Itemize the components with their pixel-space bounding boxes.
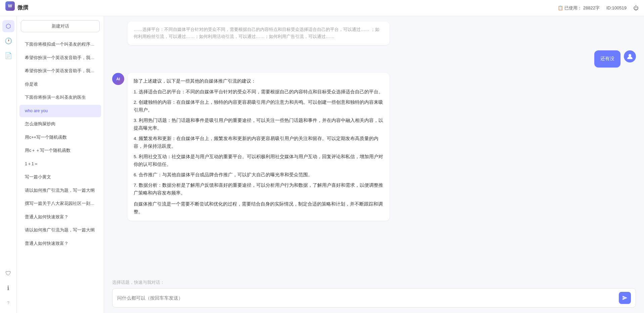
history-item[interactable]: 希望你扮演一个英语发音助手，我提供给你... xyxy=(19,65,101,78)
info-icon-btn[interactable]: ℹ xyxy=(2,282,14,294)
history-item-active[interactable]: who are you xyxy=(19,105,101,118)
extra-icon-btn[interactable]: ? xyxy=(2,297,14,309)
sidebar-nav-clock[interactable]: 🕐 xyxy=(2,35,14,47)
user-message-bubble: 还有没 xyxy=(594,50,620,68)
user-message-text: 还有没 xyxy=(600,56,614,61)
chat-input[interactable] xyxy=(117,294,616,302)
ai-response-item-6: 6. 合作推广：与其他自媒体平台或品牌合作推广，可以扩大自己的曝光率和受众范围。 xyxy=(134,171,383,179)
user-id: ID:100519 xyxy=(606,5,627,10)
history-item[interactable]: 普通人如何快速致富？ xyxy=(19,237,101,250)
history-item[interactable]: 怎么做狗屎炒肉 xyxy=(19,118,101,131)
history-item[interactable]: 你是谁 xyxy=(19,78,101,91)
message-row-partial: AI ……选择平台：不同自媒体平台针对的受众不同，需要根据自己的内容特点和目标受… xyxy=(112,21,636,45)
history-item[interactable]: 下面你将模拟成一个叫圣友的程序员，我说... xyxy=(19,38,101,51)
ai-response-intro: 除了上述建议，以下是一些其他的自媒体推广引流的建议： xyxy=(134,78,383,85)
icon-sidebar: ⬡ 🕐 📄 🛡 ℹ ? xyxy=(0,16,17,313)
ai-response-item-2: 2. 创建独特的内容：在自媒体平台上，独特的内容更容易吸引用户的注意力和共鸣。可… xyxy=(134,99,383,114)
usage-info: 📋 已使用： 28822字 xyxy=(558,5,600,11)
ai-message-bubble: 除了上述建议，以下是一些其他的自媒体推广引流的建议： 1. 选择适合自己的平台：… xyxy=(128,73,389,221)
usage-count: 28822字 xyxy=(583,5,600,11)
history-item[interactable]: 希望你扮演一个英语发音助手，我提供给你... xyxy=(19,52,101,64)
quick-topics-label: 选择话题，快速与我对话： xyxy=(112,280,636,285)
history-item[interactable]: 1＋1＝ xyxy=(19,158,101,171)
new-chat-button[interactable]: 新建对话 xyxy=(21,20,100,32)
ai-response-item-3: 3. 利用热门话题：热门话题和事件是吸引用户的重要途径，可以关注一些热门话题和事… xyxy=(134,117,383,132)
history-item[interactable]: 用c＋＋写一个随机函数 xyxy=(19,144,101,157)
history-sidebar: 新建对话 下面你将模拟成一个叫圣友的程序员，我说... 希望你扮演一个英语发音助… xyxy=(17,16,104,313)
chat-input-area: 选择话题，快速与我对话： xyxy=(104,276,644,313)
send-button[interactable] xyxy=(619,292,631,304)
app-title: 微撰 xyxy=(17,4,28,11)
ai-response-conclusion: 自媒体推广引流是一个需要不断尝试和优化的过程，需要结合自身的实际情况，制定合适的… xyxy=(134,200,383,216)
ai-response-item-7: 7. 数据分析：数据分析是了解用户反馈和喜好的重要途径，可以分析用户行为和数据，… xyxy=(134,182,383,197)
send-icon xyxy=(622,295,628,301)
chat-messages: AI ……选择平台：不同自媒体平台针对的受众不同，需要根据自己的内容特点和目标受… xyxy=(104,16,644,276)
ai-response-item-5: 5. 利用社交互动：社交媒体是与用户互动的重要平台。可以积极利用社交媒体与用户互… xyxy=(134,153,383,169)
sidebar-nav-box[interactable]: ⬡ xyxy=(2,20,14,32)
input-box-wrapper xyxy=(112,288,636,308)
message-row-ai: AI 除了上述建议，以下是一些其他的自媒体推广引流的建议： 1. 选择适合自己的… xyxy=(112,73,636,221)
partial-message-text: ……选择平台：不同自媒体平台针对的受众不同，需要根据自己的内容特点和目标受众选择… xyxy=(134,27,379,39)
history-item[interactable]: 下面你将扮演一名叫圣友的医生 xyxy=(19,91,101,104)
sidebar-nav-doc[interactable]: 📄 xyxy=(2,50,14,62)
main-layout: ⬡ 🕐 📄 🛡 ℹ ? 新建对话 下面你将模拟成一个叫圣友的程序员，我说... … xyxy=(0,16,644,313)
history-item[interactable]: 用c++写一个随机函数 xyxy=(19,131,101,144)
ai-avatar-2: AI xyxy=(112,73,124,85)
history-item[interactable]: 写一篇小黄文 xyxy=(19,171,101,184)
topbar-right: 📋 已使用： 28822字 ID:100519 ⏻ xyxy=(558,5,639,11)
history-item[interactable]: 普通人如何快速致富？ xyxy=(19,211,101,224)
ai-response-item-4: 4. 频繁发布和更新：在自媒体平台上，频繁发布和更新的内容更容易吸引用户的关注和… xyxy=(134,135,383,150)
usage-icon: 📋 xyxy=(558,5,563,10)
message-row-user: 还有没 xyxy=(112,50,636,68)
history-item[interactable]: 请以如何推广引流为题，写一篇大纲 xyxy=(19,184,101,197)
shield-icon-btn[interactable]: 🛡 xyxy=(2,267,14,279)
logo-icon: W xyxy=(5,1,15,11)
sidebar-bottom: 🛡 ℹ ? xyxy=(2,267,14,309)
svg-point-0 xyxy=(629,54,631,57)
power-button[interactable]: ⏻ xyxy=(633,5,639,11)
history-list: 下面你将模拟成一个叫圣友的程序员，我说... 希望你扮演一个英语发音助手，我提供… xyxy=(17,36,104,313)
topbar: W 微撰 📋 已使用： 28822字 ID:100519 ⏻ xyxy=(0,0,644,16)
user-avatar xyxy=(624,50,636,62)
partial-message-bubble: ……选择平台：不同自媒体平台针对的受众不同，需要根据自己的内容特点和目标受众选择… xyxy=(128,21,389,45)
ai-response-item-1: 1. 选择适合自己的平台：不同的自媒体平台针对的受众不同，需要根据自己的内容特点… xyxy=(134,88,383,96)
history-item[interactable]: 撰写一篇关于八大家花园社区一刻钟便民生... xyxy=(19,197,101,210)
history-item[interactable]: 请以如何推广引流为题，写一篇大纲 xyxy=(19,224,101,237)
chat-area: AI ……选择平台：不同自媒体平台针对的受众不同，需要根据自己的内容特点和目标受… xyxy=(104,16,644,313)
usage-label: 已使用： xyxy=(564,5,582,11)
